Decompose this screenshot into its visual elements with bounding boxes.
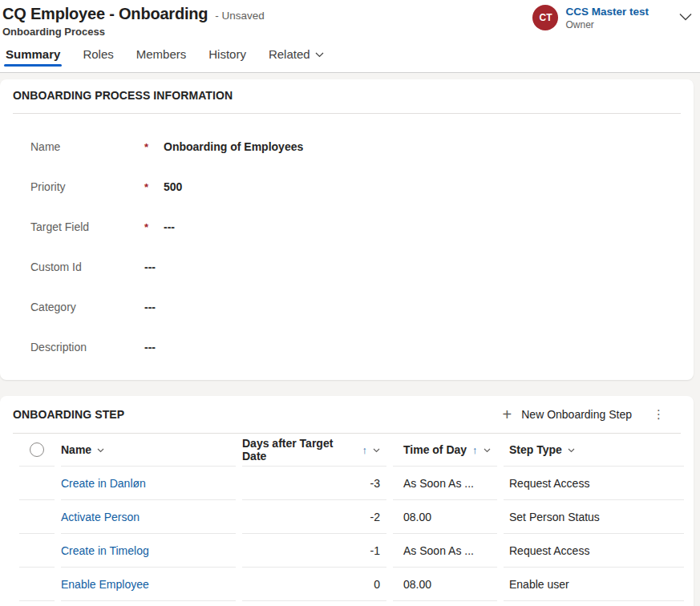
chevron-down-icon — [373, 448, 380, 453]
required-asterisk: * — [144, 141, 164, 153]
days-after-target-date-cell: -3 — [242, 467, 386, 500]
table-body: Create in Danløn -3 As Soon As ... Reque… — [13, 467, 681, 601]
table-row[interactable]: Activate Person -2 08.00 Set Person Stat… — [13, 500, 681, 534]
avatar[interactable]: CT — [532, 5, 558, 30]
time-of-day-cell: 08.00 — [393, 568, 497, 601]
form-field[interactable]: Description --- — [13, 327, 681, 367]
tab[interactable]: Related — [267, 47, 326, 72]
time-of-day-cell: As Soon As ... — [393, 467, 497, 500]
owner-name-link[interactable]: CCS Master test — [565, 5, 649, 18]
form-field[interactable]: Priority * 500 — [13, 167, 681, 207]
step-type-cell: Request Access — [504, 467, 684, 500]
entity-type-label: Onboarding Process — [2, 25, 265, 39]
select-all-radio[interactable] — [30, 442, 44, 457]
field-value[interactable]: 500 — [164, 180, 681, 193]
page-title: CQ Employee - Onboarding — [2, 3, 208, 24]
chevron-down-icon — [315, 52, 324, 58]
step-type-cell: Set Person Status — [504, 500, 684, 534]
table-row[interactable]: Create in Timelog -1 As Soon As ... Requ… — [13, 534, 681, 568]
field-label: Priority — [30, 180, 144, 193]
onboarding-step-card: ONBOARDING STEP + New Onboarding Step ⋮ … — [0, 396, 694, 606]
table-row[interactable]: Enable Employee 0 08.00 Enable user — [13, 568, 681, 601]
field-value[interactable]: --- — [144, 341, 164, 354]
field-value[interactable]: --- — [144, 301, 164, 313]
title-block: CQ Employee - Onboarding - Unsaved Onboa… — [2, 3, 265, 39]
tab-bar: Summary Roles Members History Related — [2, 47, 692, 72]
step-name-link[interactable]: Enable Employee — [61, 578, 149, 591]
tab-label: Summary — [6, 47, 60, 61]
column-header-time-of-day[interactable]: Time of Day ↑ — [393, 434, 497, 467]
tab-label: Members — [136, 47, 187, 61]
step-type-cell: Request Access — [504, 534, 684, 568]
tab[interactable]: Members — [135, 47, 188, 72]
form-field[interactable]: Name * Onboarding of Employees — [13, 127, 681, 167]
form-field[interactable]: Custom Id --- — [13, 247, 681, 287]
owner-widget[interactable]: CT CCS Master test Owner — [532, 5, 692, 31]
chevron-down-icon[interactable] — [679, 10, 692, 24]
tab[interactable]: Summary — [4, 47, 62, 72]
field-value[interactable]: Onboarding of Employees — [164, 140, 681, 153]
save-status: - Unsaved — [215, 10, 265, 22]
process-info-card: ONBOARDING PROCESS INFORMATION Name * On… — [0, 79, 694, 380]
process-info-section-title: ONBOARDING PROCESS INFORMATION — [13, 87, 681, 103]
plus-icon: + — [503, 408, 512, 421]
page-header: CQ Employee - Onboarding - Unsaved Onboa… — [0, 0, 700, 73]
form-field[interactable]: Target Field * --- — [13, 207, 681, 247]
divider — [13, 113, 681, 114]
field-label: Target Field — [30, 220, 144, 233]
days-after-target-date-cell: -1 — [242, 534, 386, 568]
tab[interactable]: History — [207, 47, 248, 72]
required-asterisk: * — [144, 181, 164, 193]
field-label: Name — [30, 140, 144, 153]
row-select-cell[interactable] — [19, 500, 55, 534]
sort-ascending-icon: ↑ — [362, 444, 368, 456]
time-of-day-cell: 08.00 — [393, 500, 497, 534]
days-after-target-date-cell: 0 — [242, 568, 386, 601]
step-name-link[interactable]: Activate Person — [61, 511, 140, 523]
row-select-cell[interactable] — [19, 568, 55, 601]
row-select-cell[interactable] — [19, 534, 55, 568]
tab[interactable]: Roles — [81, 47, 115, 72]
time-of-day-cell: As Soon As ... — [393, 534, 497, 568]
step-type-cell: Enable user — [504, 568, 684, 601]
row-select-cell[interactable] — [19, 467, 55, 500]
required-asterisk: * — [144, 221, 164, 233]
form-fields: Name * Onboarding of Employees Priority … — [13, 127, 681, 367]
more-options-button[interactable]: ⋮ — [648, 406, 670, 423]
new-onboarding-step-label: New Onboarding Step — [521, 408, 632, 421]
field-value[interactable]: --- — [144, 261, 164, 273]
tab-label: Related — [269, 47, 310, 61]
table-row[interactable]: Create in Danløn -3 As Soon As ... Reque… — [13, 467, 681, 500]
new-onboarding-step-button[interactable]: + New Onboarding Step — [503, 408, 632, 421]
chevron-down-icon — [568, 448, 575, 453]
step-name-link[interactable]: Create in Timelog — [61, 544, 149, 557]
chevron-down-icon — [484, 448, 491, 453]
form-field[interactable]: Category --- — [13, 287, 681, 327]
field-label: Custom Id — [30, 261, 144, 273]
field-label: Category — [30, 301, 144, 313]
main-content: ONBOARDING PROCESS INFORMATION Name * On… — [0, 73, 700, 606]
days-after-target-date-cell: -2 — [242, 500, 386, 534]
field-value[interactable]: --- — [164, 220, 681, 233]
tab-label: Roles — [83, 47, 113, 61]
field-label: Description — [30, 341, 144, 354]
column-header-days-after-target-date[interactable]: Days after Target Date ↑ — [242, 434, 386, 467]
column-header-name[interactable]: Name — [61, 434, 236, 467]
onboarding-step-section-title: ONBOARDING STEP — [13, 406, 124, 422]
tab-label: History — [208, 47, 246, 61]
column-header-step-type[interactable]: Step Type — [504, 434, 684, 467]
sort-ascending-icon: ↑ — [472, 444, 478, 456]
step-name-link[interactable]: Create in Danløn — [61, 477, 146, 490]
chevron-down-icon — [97, 448, 104, 453]
owner-role: Owner — [565, 18, 649, 31]
table-header: Name Days after Target Date ↑ Time of Da… — [13, 434, 681, 467]
